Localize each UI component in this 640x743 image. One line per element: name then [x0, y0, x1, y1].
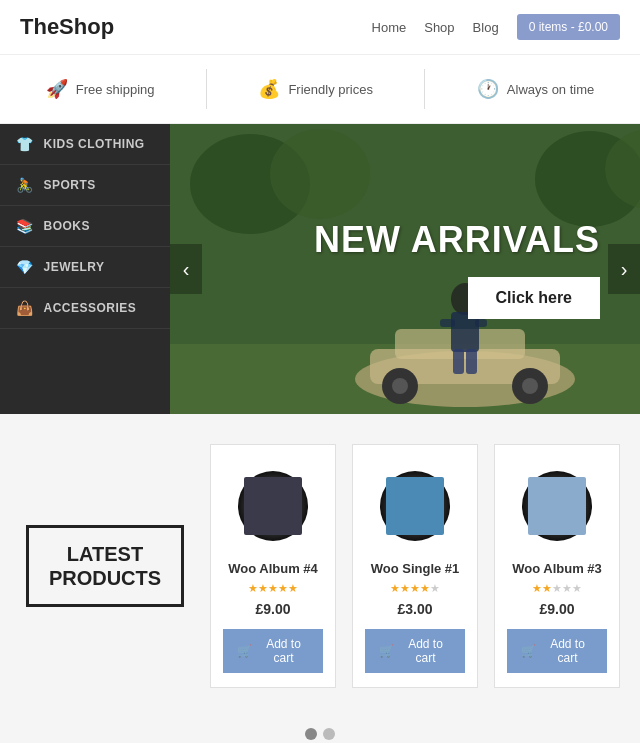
rocket-icon: 🚀 — [46, 78, 68, 100]
product-name-3: Woo Album #3 — [512, 561, 602, 576]
product-image-3 — [507, 461, 607, 551]
sidebar: 👕 Kids Clothing 🚴 Sports 📚 Books 💎 Jewel… — [0, 124, 170, 414]
latest-products-heading-line2: PRODUCTS — [49, 566, 161, 590]
cart-icon-3: 🛒 — [521, 644, 536, 658]
latest-products-box: LATEST PRODUCTS — [26, 525, 184, 607]
product-card-3: Woo Album #3 ★★★★★ £9.00 🛒 Add to cart — [494, 444, 620, 688]
album-art-3 — [528, 477, 586, 535]
feature-on-time-label: Always on time — [507, 82, 594, 97]
product-card-2: Woo Single #1 ★★★★★ £3.00 🛒 Add to cart — [352, 444, 478, 688]
pagination-dot-2[interactable] — [323, 728, 335, 740]
feature-free-shipping: 🚀 Free shipping — [46, 78, 155, 100]
sidebar-item-kids-clothing-label: Kids Clothing — [44, 137, 145, 151]
hero-title: NEW ARRIVALS — [314, 219, 600, 261]
money-icon: 💰 — [258, 78, 280, 100]
sidebar-item-kids-clothing[interactable]: 👕 Kids Clothing — [0, 124, 170, 165]
cart-icon-1: 🛒 — [237, 644, 252, 658]
feature-on-time: 🕐 Always on time — [477, 78, 594, 100]
svg-rect-13 — [453, 349, 464, 374]
site-logo: TheShop — [20, 14, 114, 40]
main-content: 👕 Kids Clothing 🚴 Sports 📚 Books 💎 Jewel… — [0, 124, 640, 414]
products-grid: Woo Album #4 ★★★★★ £9.00 🛒 Add to cart W… — [210, 444, 620, 688]
cart-button[interactable]: 0 items - £0.00 — [517, 14, 620, 40]
add-to-cart-label-1: Add to cart — [258, 637, 309, 665]
svg-rect-14 — [466, 349, 477, 374]
sidebar-item-jewelry[interactable]: 💎 Jewelry — [0, 247, 170, 288]
product-stars-3: ★★★★★ — [532, 582, 582, 595]
tshirt-icon: 👕 — [16, 136, 34, 152]
pagination-dot-1[interactable] — [305, 728, 317, 740]
sidebar-item-accessories[interactable]: 👜 Accessories — [0, 288, 170, 329]
product-name-1: Woo Album #4 — [228, 561, 318, 576]
sidebar-item-books[interactable]: 📚 Books — [0, 206, 170, 247]
hero-cta-button[interactable]: Click here — [468, 277, 600, 319]
sidebar-item-sports[interactable]: 🚴 Sports — [0, 165, 170, 206]
add-to-cart-2[interactable]: 🛒 Add to cart — [365, 629, 465, 673]
latest-products-label: LATEST PRODUCTS — [20, 444, 190, 688]
product-price-3: £9.00 — [539, 601, 574, 617]
feature-friendly-prices: 💰 Friendly prices — [258, 78, 373, 100]
header: TheShop Home Shop Blog 0 items - £0.00 — [0, 0, 640, 55]
slider-next-button[interactable]: › — [608, 244, 640, 294]
product-price-1: £9.00 — [255, 601, 290, 617]
svg-point-8 — [522, 378, 538, 394]
product-price-2: £3.00 — [397, 601, 432, 617]
svg-rect-11 — [440, 319, 455, 327]
diamond-icon: 💎 — [16, 259, 34, 275]
album-art-2 — [386, 477, 444, 535]
features-bar: 🚀 Free shipping 💰 Friendly prices 🕐 Alwa… — [0, 55, 640, 124]
hero-slider: NEW ARRIVALS Click here ‹ › — [170, 124, 640, 414]
sidebar-item-books-label: Books — [44, 219, 91, 233]
latest-products-heading-line1: LATEST — [49, 542, 161, 566]
add-to-cart-label-3: Add to cart — [542, 637, 593, 665]
divider-1 — [206, 69, 207, 109]
cart-icon-2: 🛒 — [379, 644, 394, 658]
product-stars-1: ★★★★★ — [248, 582, 298, 595]
pagination-dots — [0, 718, 640, 743]
product-image-1 — [223, 461, 323, 551]
books-icon: 📚 — [16, 218, 34, 234]
product-name-2: Woo Single #1 — [371, 561, 460, 576]
add-to-cart-label-2: Add to cart — [400, 637, 451, 665]
sidebar-item-jewelry-label: Jewelry — [44, 260, 105, 274]
clock-icon: 🕐 — [477, 78, 499, 100]
sidebar-item-accessories-label: Accessories — [44, 301, 137, 315]
nav-shop[interactable]: Shop — [424, 20, 454, 35]
divider-2 — [424, 69, 425, 109]
hero-image: NEW ARRIVALS Click here — [170, 124, 640, 414]
add-to-cart-3[interactable]: 🛒 Add to cart — [507, 629, 607, 673]
hero-background-svg — [170, 124, 640, 414]
product-card-1: Woo Album #4 ★★★★★ £9.00 🛒 Add to cart — [210, 444, 336, 688]
svg-point-7 — [392, 378, 408, 394]
album-art-1 — [244, 477, 302, 535]
feature-free-shipping-label: Free shipping — [76, 82, 155, 97]
svg-rect-12 — [475, 319, 487, 327]
bike-icon: 🚴 — [16, 177, 34, 193]
product-stars-2: ★★★★★ — [390, 582, 440, 595]
nav-blog[interactable]: Blog — [473, 20, 499, 35]
product-image-2 — [365, 461, 465, 551]
products-section: LATEST PRODUCTS Woo Album #4 ★★★★★ £9.00… — [0, 414, 640, 718]
sidebar-item-sports-label: Sports — [44, 178, 96, 192]
bag-icon: 👜 — [16, 300, 34, 316]
feature-friendly-prices-label: Friendly prices — [288, 82, 373, 97]
svg-point-16 — [270, 129, 370, 219]
nav-home[interactable]: Home — [372, 20, 407, 35]
slider-prev-button[interactable]: ‹ — [170, 244, 202, 294]
main-nav: Home Shop Blog 0 items - £0.00 — [372, 14, 620, 40]
add-to-cart-1[interactable]: 🛒 Add to cart — [223, 629, 323, 673]
